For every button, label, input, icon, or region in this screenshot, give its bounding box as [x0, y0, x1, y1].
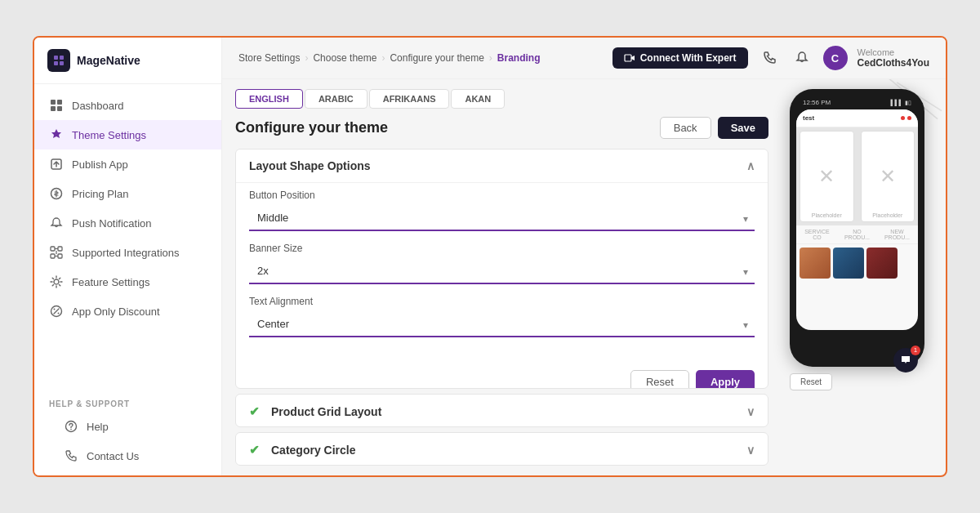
apply-button[interactable]: Apply [696, 370, 755, 389]
help-section: HELP & SUPPORT Help Contact Us [34, 391, 221, 475]
product-thumb-1 [800, 248, 831, 279]
main-content: Store Settings › Choose theme › Configur… [222, 38, 946, 475]
tab-afrikaans[interactable]: AFRIKAANS [369, 89, 450, 109]
content-area: ENGLISH ARABIC AFRIKAANS AKAN Configure … [222, 79, 946, 475]
breadcrumb-store-settings[interactable]: Store Settings [238, 52, 300, 64]
pricing-icon [49, 186, 64, 201]
sidebar-logo: MageNative [34, 38, 221, 84]
welcome-text: Welcome [858, 47, 929, 57]
discount-icon [49, 304, 64, 319]
select-banner-size[interactable]: 2x 1x 3x [249, 259, 755, 284]
chevron-down-icon: ∨ [746, 405, 755, 418]
svg-rect-27 [625, 55, 631, 61]
field-text-alignment: Text Alignment Center Left Right [249, 296, 755, 337]
svg-rect-11 [57, 106, 62, 111]
sidebar-item-theme-settings[interactable]: Theme Settings [34, 120, 221, 149]
placeholder-label-right: Placeholder [872, 212, 902, 218]
language-tabs: ENGLISH ARABIC AFRIKAANS AKAN [235, 89, 768, 109]
accordion-area: Layout Shape Options ∧ Button Position M [235, 149, 768, 466]
breadcrumb-sep-3: › [489, 52, 492, 64]
select-button-position[interactable]: Middle Left Right [249, 206, 755, 231]
sidebar-item-publish-app[interactable]: Publish App [34, 149, 221, 179]
svg-rect-16 [51, 254, 55, 258]
accordion-header-layout-shape[interactable]: Layout Shape Options ∧ [236, 149, 768, 182]
sidebar-item-dashboard[interactable]: Dashboard [34, 91, 221, 120]
phone-topbar-icon[interactable] [758, 47, 781, 69]
phone-inner-header: test [796, 109, 918, 127]
sidebar-item-label: Theme Settings [72, 129, 146, 141]
back-button[interactable]: Back [660, 117, 711, 139]
dashboard-icon [49, 98, 64, 113]
sidebar-item-pricing-plan[interactable]: Pricing Plan [34, 179, 221, 208]
tab-arabic[interactable]: ARABIC [305, 89, 368, 109]
phone-reset-button[interactable]: Reset [790, 373, 832, 390]
svg-point-24 [58, 313, 60, 314]
svg-rect-7 [60, 61, 64, 65]
tab-english[interactable]: ENGLISH [235, 89, 303, 109]
accordion-header-category-circle[interactable]: ✔ Category Circle ∨ [236, 433, 768, 466]
accordion-body-layout-shape: Button Position Middle Left Right [236, 182, 768, 362]
tab-akan[interactable]: AKAN [451, 89, 505, 109]
sidebar: MageNative Dashboard Theme Settings [34, 38, 222, 475]
config-panel: ENGLISH ARABIC AFRIKAANS AKAN Configure … [235, 89, 768, 466]
phone-controls: Reset 1 [790, 373, 924, 390]
svg-rect-10 [51, 106, 56, 111]
svg-point-21 [54, 279, 59, 284]
select-text-alignment[interactable]: Center Left Right [249, 312, 755, 337]
dot-red-2 [907, 116, 911, 120]
svg-point-26 [70, 429, 72, 430]
placeholder-x-right: ✕ [880, 167, 896, 186]
phone-status-icons: ▐▐▐ ▮▯ [889, 100, 911, 106]
phone-preview: 12:56 PM ▐▐▐ ▮▯ test [782, 89, 933, 466]
phone-header-text: test [803, 114, 814, 122]
chat-bubble-button[interactable]: 1 [893, 348, 918, 372]
svg-rect-9 [57, 100, 62, 105]
sidebar-item-label: Pricing Plan [72, 188, 128, 200]
save-button[interactable]: Save [718, 117, 768, 139]
svg-rect-8 [51, 100, 56, 105]
accordion-header-product-grid[interactable]: ✔ Product Grid Layout ∨ [236, 395, 768, 427]
sidebar-item-contact-us[interactable]: Contact Us [49, 441, 207, 471]
sidebar-item-label: Feature Settings [72, 276, 149, 288]
select-wrapper-button-position: Middle Left Right [249, 206, 755, 231]
logo-text: MageNative [77, 54, 140, 67]
field-button-position: Button Position Middle Left Right [249, 190, 755, 231]
phone-screen: test ✕ Placeholder [796, 109, 918, 330]
integrations-icon [49, 245, 64, 260]
placeholder-label-left: Placeholder [812, 212, 842, 218]
svg-point-23 [54, 309, 56, 310]
breadcrumb-sep-1: › [305, 52, 308, 64]
svg-rect-14 [51, 247, 55, 251]
sidebar-item-label: Help [87, 421, 109, 433]
logo-icon [47, 49, 70, 72]
breadcrumb-configure[interactable]: Configure your theme [390, 52, 483, 64]
breadcrumb-choose-theme[interactable]: Choose theme [313, 52, 376, 64]
topbar: Store Settings › Choose theme › Configur… [222, 38, 946, 79]
sidebar-navigation: Dashboard Theme Settings Publish App [34, 84, 221, 391]
user-avatar[interactable]: C [823, 46, 848, 70]
select-wrapper-text-alignment: Center Left Right [249, 312, 755, 337]
product-thumb-2 [833, 248, 864, 279]
svg-rect-17 [58, 254, 62, 258]
breadcrumb-sep-2: › [381, 52, 385, 64]
phone-frame: 12:56 PM ▐▐▐ ▮▯ test [790, 89, 924, 367]
publish-icon [49, 157, 64, 172]
field-label-banner-size: Banner Size [249, 243, 755, 254]
config-header: Configure your theme Back Save [235, 117, 768, 139]
connect-with-expert-button[interactable]: Connect With Expert [612, 47, 748, 69]
svg-rect-5 [60, 56, 64, 60]
placeholder-x-left: ✕ [818, 167, 835, 186]
sidebar-item-app-only-discount[interactable]: App Only Discount [34, 297, 221, 326]
sidebar-item-label: Supported Integrations [72, 247, 180, 259]
placeholder-right: ✕ Placeholder [861, 131, 915, 222]
sidebar-item-help[interactable]: Help [49, 412, 207, 441]
app-frame: MageNative Dashboard Theme Settings [33, 36, 947, 477]
sidebar-item-push-notification[interactable]: Push Notification [34, 208, 221, 238]
accordion-title-category-circle: Category Circle [271, 444, 355, 457]
reset-button[interactable]: Reset [630, 370, 689, 389]
help-label: HELP & SUPPORT [49, 399, 207, 408]
notifications-icon[interactable] [791, 47, 813, 69]
accordion-footer-layout-shape: Reset Apply [236, 362, 768, 389]
sidebar-item-feature-settings[interactable]: Feature Settings [34, 267, 221, 297]
sidebar-item-supported-integrations[interactable]: Supported Integrations [34, 238, 221, 267]
